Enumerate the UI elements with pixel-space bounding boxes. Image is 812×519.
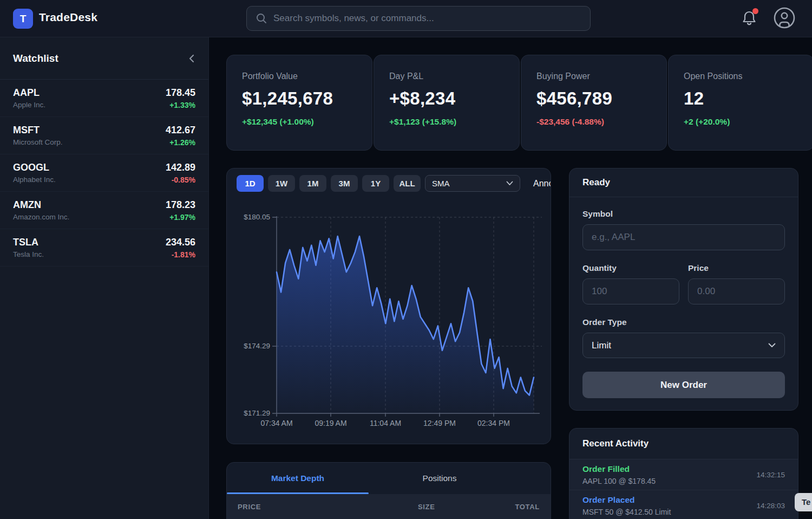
price-input[interactable] bbox=[688, 278, 785, 304]
stat-change: +$12,345 (+1.00%) bbox=[242, 117, 357, 127]
watchlist-row-amzn[interactable]: AMZNAmazon.com Inc. 178.23+1.97% bbox=[0, 192, 208, 229]
stat-label: Day P&L bbox=[389, 72, 504, 81]
app-logo: T bbox=[13, 9, 33, 29]
market-depth-card: Market Depth Positions PRICE SIZE TOTAL bbox=[226, 462, 551, 519]
timeframe-button-1y[interactable]: 1Y bbox=[362, 175, 389, 192]
timeframe-button-1m[interactable]: 1M bbox=[299, 175, 326, 192]
stat-label: Buying Power bbox=[536, 72, 651, 81]
order-type-label: Order Type bbox=[582, 317, 785, 327]
chevron-down-icon bbox=[506, 181, 513, 186]
depth-table-header: PRICE SIZE TOTAL bbox=[227, 494, 551, 519]
indicator-selected-value: SMA bbox=[432, 179, 450, 188]
ticker-price: 178.45 bbox=[166, 87, 195, 99]
new-order-button[interactable]: New Order bbox=[582, 372, 785, 398]
recent-activity-card: Recent Activity Order Filled AAPL 100 @ … bbox=[569, 428, 798, 519]
ticker-symbol: TSLA bbox=[13, 237, 44, 248]
stat-value: +$8,234 bbox=[389, 88, 504, 109]
stat-change: +2 (+20.0%) bbox=[684, 117, 798, 127]
order-type-selected-value: Limit bbox=[592, 340, 611, 351]
app-title: TradeDesk bbox=[39, 11, 97, 24]
search-input[interactable] bbox=[273, 13, 581, 24]
activity-row-order-placed[interactable]: Order Placed MSFT 50 @ $412.50 Limit 14:… bbox=[569, 490, 798, 519]
user-avatar-icon[interactable] bbox=[773, 7, 796, 29]
activity-timestamp: 14:28:03 bbox=[756, 502, 785, 510]
symbol-input[interactable] bbox=[582, 224, 785, 250]
order-entry-panel: Ready Symbol Quantity Price Order Type L… bbox=[569, 168, 798, 411]
ticker-symbol: AAPL bbox=[13, 87, 45, 99]
timeframe-button-1d[interactable]: 1D bbox=[237, 175, 264, 192]
collapse-sidebar-icon[interactable] bbox=[188, 54, 195, 63]
logo-letter: T bbox=[20, 13, 27, 25]
ticker-symbol: MSFT bbox=[13, 125, 63, 136]
timeframe-button-3m[interactable]: 3M bbox=[331, 175, 358, 192]
toast-notification[interactable]: Te bbox=[795, 493, 812, 511]
stat-change: -$23,456 (-4.88%) bbox=[536, 117, 651, 127]
quantity-label: Quantity bbox=[582, 263, 679, 273]
symbol-label: Symbol bbox=[582, 209, 785, 219]
ticker-price: 234.56 bbox=[166, 237, 195, 248]
watchlist-title: Watchlist bbox=[13, 53, 58, 64]
stat-value: $456,789 bbox=[536, 88, 651, 109]
x-axis-tick-label: 11:04 AM bbox=[361, 419, 410, 427]
stat-value: $1,245,678 bbox=[242, 88, 357, 109]
chart-toolbar: 1D 1W 1M 3M 1Y ALL SMA Anno bbox=[237, 175, 551, 192]
price-label: Price bbox=[688, 263, 785, 273]
column-header-total: TOTAL bbox=[464, 503, 540, 511]
watchlist-row-googl[interactable]: GOOGLAlphabet Inc. 142.89-0.85% bbox=[0, 154, 208, 192]
watchlist-row-aapl[interactable]: AAPLApple Inc. 178.45+1.33% bbox=[0, 80, 208, 117]
order-status: Ready bbox=[569, 168, 798, 197]
ticker-price: 142.89 bbox=[166, 162, 195, 173]
ticker-change: -1.81% bbox=[166, 250, 195, 259]
global-search[interactable] bbox=[246, 6, 591, 31]
activity-timestamp: 14:32:15 bbox=[756, 471, 785, 479]
ticker-change: +1.33% bbox=[166, 101, 195, 109]
company-name: Amazon.com Inc. bbox=[13, 213, 69, 221]
stat-value: 12 bbox=[684, 88, 798, 109]
ticker-price: 412.67 bbox=[166, 125, 195, 136]
activity-event-title: Order Placed bbox=[582, 495, 671, 505]
activity-event-title: Order Filled bbox=[582, 464, 656, 474]
watchlist-sidebar: Watchlist AAPLApple Inc. 178.45+1.33% MS… bbox=[0, 37, 209, 519]
price-area-chart[interactable] bbox=[227, 201, 551, 444]
tradedesk-app: T TradeDesk Watchlist AAPLApple Inc. 178… bbox=[0, 0, 812, 519]
watchlist-row-msft[interactable]: MSFTMicrosoft Corp. 412.67+1.26% bbox=[0, 117, 208, 154]
column-header-price: PRICE bbox=[238, 503, 389, 511]
annotate-button[interactable]: Anno bbox=[533, 179, 551, 189]
activity-event-detail: MSFT 50 @ $412.50 Limit bbox=[582, 508, 671, 516]
ticker-symbol: AMZN bbox=[13, 199, 69, 211]
stat-card-portfolio-value: Portfolio Value $1,245,678 +$12,345 (+1.… bbox=[226, 55, 372, 151]
company-name: Microsoft Corp. bbox=[13, 138, 63, 146]
chevron-down-icon bbox=[768, 343, 776, 348]
ticker-change: +1.97% bbox=[166, 213, 195, 222]
bottom-panel-tabs: Market Depth Positions bbox=[227, 463, 551, 494]
indicator-select[interactable]: SMA bbox=[425, 175, 520, 192]
ticker-change: -0.85% bbox=[166, 176, 195, 184]
activity-row-order-filled[interactable]: Order Filled AAPL 100 @ $178.45 14:32:15 bbox=[569, 459, 798, 490]
company-name: Tesla Inc. bbox=[13, 250, 44, 258]
stat-card-buying-power: Buying Power $456,789 -$23,456 (-4.88%) bbox=[521, 55, 667, 151]
notification-badge-dot bbox=[752, 8, 758, 14]
x-axis-tick-label: 12:49 PM bbox=[415, 419, 464, 427]
stat-label: Portfolio Value bbox=[242, 72, 357, 81]
quantity-input[interactable] bbox=[582, 278, 679, 304]
timeframe-button-1w[interactable]: 1W bbox=[268, 175, 295, 192]
x-axis-tick-label: 02:34 PM bbox=[469, 419, 518, 427]
tab-market-depth[interactable]: Market Depth bbox=[227, 463, 369, 494]
company-name: Alphabet Inc. bbox=[13, 176, 56, 184]
tab-positions[interactable]: Positions bbox=[369, 463, 510, 494]
watchlist-header: Watchlist bbox=[0, 37, 208, 80]
price-chart-card: 1D 1W 1M 3M 1Y ALL SMA Anno $180.05 $174… bbox=[226, 168, 551, 444]
activity-event-detail: AAPL 100 @ $178.45 bbox=[582, 477, 656, 485]
recent-activity-title: Recent Activity bbox=[569, 429, 798, 459]
x-axis-tick-label: 09:19 AM bbox=[306, 419, 355, 427]
ticker-symbol: GOOGL bbox=[13, 162, 56, 173]
timeframe-button-all[interactable]: ALL bbox=[394, 175, 421, 192]
stat-card-day-pnl: Day P&L +$8,234 +$1,123 (+15.8%) bbox=[374, 55, 520, 151]
x-axis-tick-label: 07:34 AM bbox=[252, 419, 301, 427]
search-icon bbox=[256, 12, 267, 24]
watchlist-row-tsla[interactable]: TSLATesla Inc. 234.56-1.81% bbox=[0, 229, 208, 267]
order-type-select[interactable]: Limit bbox=[582, 333, 785, 358]
top-bar: T TradeDesk bbox=[0, 0, 812, 37]
stat-card-open-positions: Open Positions 12 +2 (+20.0%) bbox=[668, 55, 812, 151]
stat-change: +$1,123 (+15.8%) bbox=[389, 117, 504, 127]
